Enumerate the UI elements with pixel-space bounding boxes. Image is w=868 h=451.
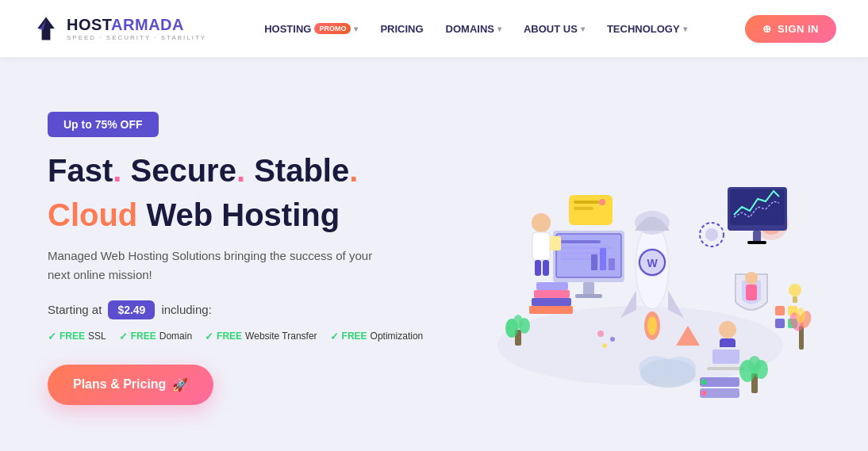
svg-text:W: W: [647, 257, 658, 269]
svg-rect-23: [550, 236, 561, 250]
free-ssl: ✓ FREE SSL: [48, 331, 106, 342]
svg-point-56: [705, 228, 718, 241]
check-icon-ssl: ✓: [48, 331, 56, 342]
svg-rect-6: [536, 282, 568, 290]
svg-rect-67: [775, 319, 785, 328]
nav-about[interactable]: ABOUT US ▾: [514, 17, 594, 41]
logo[interactable]: HOSTARMADA SPEED · SECURITY · STABILITY: [32, 14, 206, 43]
navbar: HOSTARMADA SPEED · SECURITY · STABILITY …: [0, 0, 868, 57]
svg-rect-73: [701, 380, 706, 384]
nav-hosting[interactable]: HOSTING PROMO ▾: [255, 17, 367, 41]
hero-section: Up to 75% OFF Fast. Secure. Stable. Clou…: [0, 57, 868, 451]
svg-point-64: [748, 356, 761, 373]
svg-rect-25: [574, 201, 599, 204]
signin-icon: ⊕: [762, 23, 772, 35]
svg-rect-3: [529, 306, 573, 314]
svg-rect-39: [712, 350, 739, 364]
svg-rect-49: [753, 231, 761, 243]
hero-illustration: W: [460, 81, 820, 435]
hero-subtitle: Managed Web Hosting Solutions bringing t…: [48, 247, 381, 285]
svg-rect-10: [561, 240, 601, 243]
svg-rect-22: [543, 260, 549, 276]
signin-button[interactable]: ⊕ SIGN IN: [745, 15, 836, 43]
svg-rect-15: [600, 248, 606, 270]
svg-point-76: [610, 337, 615, 342]
svg-rect-21: [535, 260, 541, 276]
logo-name: HOSTARMADA: [67, 17, 206, 32]
free-domain: ✓ FREE Domain: [119, 331, 192, 342]
logo-tagline: SPEED · SECURITY · STABILITY: [67, 34, 206, 41]
svg-rect-5: [534, 290, 570, 298]
svg-rect-13: [561, 258, 593, 260]
svg-rect-16: [609, 258, 615, 270]
hosting-dropdown-icon: ▾: [354, 25, 358, 33]
rocket-icon: 🚀: [172, 377, 188, 392]
nav-technology[interactable]: TECHNOLOGY ▾: [597, 17, 697, 41]
svg-rect-50: [747, 241, 766, 244]
svg-point-77: [602, 343, 607, 348]
plans-pricing-button[interactable]: Plans & Pricing 🚀: [48, 365, 213, 405]
free-items: ✓ FREE SSL ✓ FREE Domain ✓ FREE Website …: [48, 331, 460, 342]
svg-rect-18: [575, 294, 602, 298]
logo-text: HOSTARMADA SPEED · SECURITY · STABILITY: [67, 17, 206, 41]
free-transfer: ✓ FREE Website Transfer: [205, 331, 317, 342]
svg-point-19: [532, 213, 551, 232]
hero-title-line1: Fast. Secure. Stable.: [48, 151, 460, 189]
svg-rect-74: [701, 391, 706, 396]
svg-rect-70: [793, 296, 797, 303]
hero-svg: W: [466, 92, 815, 425]
check-icon-domain: ✓: [119, 331, 128, 342]
svg-point-81: [796, 308, 805, 323]
check-icon-transfer: ✓: [205, 331, 213, 342]
nav-pricing[interactable]: PRICING: [371, 17, 432, 41]
promo-badge: PROMO: [314, 23, 351, 34]
svg-point-69: [789, 284, 801, 296]
svg-rect-65: [775, 306, 785, 315]
svg-rect-4: [532, 298, 571, 306]
svg-rect-26: [574, 207, 593, 210]
logo-icon: [32, 14, 60, 43]
svg-rect-42: [746, 285, 757, 300]
free-optimization: ✓ FREE Optimization: [330, 331, 424, 342]
svg-rect-12: [561, 252, 605, 254]
svg-rect-14: [591, 254, 597, 270]
svg-point-36: [719, 321, 736, 338]
technology-dropdown-icon: ▾: [683, 25, 687, 33]
check-icon-optimization: ✓: [330, 331, 339, 342]
svg-point-35: [647, 316, 657, 335]
svg-point-60: [513, 315, 523, 329]
nav-domains[interactable]: DOMAINS ▾: [436, 17, 511, 41]
svg-rect-20: [532, 232, 550, 260]
starting-row: Starting at $2.49 including:: [48, 300, 460, 319]
svg-point-41: [745, 272, 758, 285]
svg-point-53: [664, 357, 696, 379]
nav-links: HOSTING PROMO ▾ PRICING DOMAINS ▾ ABOUT …: [255, 17, 696, 41]
hero-left: Up to 75% OFF Fast. Secure. Stable. Clou…: [48, 112, 460, 405]
discount-badge: Up to 75% OFF: [48, 112, 159, 137]
price-badge: $2.49: [108, 300, 155, 319]
svg-point-27: [599, 199, 605, 205]
illustration-container: W: [466, 92, 815, 425]
svg-rect-40: [707, 367, 745, 370]
about-dropdown-icon: ▾: [581, 25, 585, 33]
svg-point-75: [597, 331, 604, 337]
hero-title-line2: Cloud Web Hosting: [48, 196, 460, 234]
domains-dropdown-icon: ▾: [497, 25, 501, 33]
